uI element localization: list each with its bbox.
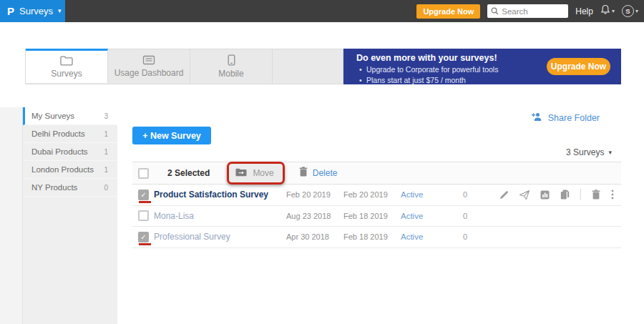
sidebar-item-london-products[interactable]: London Products 1 — [23, 161, 117, 179]
help-link[interactable]: Help — [575, 6, 593, 16]
product-name: Surveys — [19, 6, 53, 16]
duplicate-icon[interactable] — [560, 190, 570, 200]
row-checkbox[interactable]: ✓ — [138, 190, 149, 200]
promo-banner: Do even more with your surveys! Upgrade … — [343, 49, 621, 84]
created-date: Aug 23 2018 — [286, 212, 343, 220]
responses-count: 0 — [454, 190, 476, 199]
divider — [580, 189, 581, 200]
folder-label: Delhi Products — [31, 129, 85, 138]
trash-icon — [299, 167, 308, 180]
status-link[interactable]: Active — [401, 232, 454, 241]
modified-date: Feb 18 2019 — [343, 232, 401, 241]
edit-pencil-icon[interactable] — [499, 190, 509, 200]
created-date: Feb 20 2019 — [286, 190, 343, 199]
sidebar-item-my-surveys[interactable]: My Surveys 3 — [23, 107, 117, 125]
reports-chart-icon[interactable] — [540, 190, 550, 200]
send-icon[interactable] — [519, 190, 530, 200]
move-folder-icon — [235, 167, 247, 180]
responses-count: 0 — [454, 232, 476, 241]
move-button-highlighted[interactable]: Move — [227, 162, 284, 185]
brand-logo: P — [7, 5, 14, 17]
folder-label: London Products — [31, 165, 94, 174]
surveys-table: 2 Selected Move Delete ✓ Product Satisfa… — [132, 162, 621, 248]
surveys-count-dropdown[interactable]: 3 Surveys ▾ — [566, 147, 612, 157]
notifications-menu[interactable]: ▾ — [600, 4, 615, 18]
row-actions — [476, 189, 621, 200]
folder-label: NY Products — [31, 183, 77, 192]
folder-label: Dubai Products — [31, 147, 88, 156]
bulk-actions-bar: 2 Selected Move Delete — [132, 162, 621, 185]
move-button-label: Move — [253, 168, 273, 178]
upgrade-now-button[interactable]: Upgrade Now — [416, 4, 480, 19]
account-menu[interactable]: S ▾ — [622, 5, 638, 17]
left-gutter — [0, 107, 23, 324]
kebab-menu-icon[interactable] — [611, 190, 614, 200]
folder-count: 1 — [104, 148, 108, 156]
search-box[interactable] — [487, 4, 568, 18]
annotation-red-underline — [139, 243, 151, 245]
surveys-count-label: 3 Surveys — [566, 147, 604, 157]
tab-label: Usage Dashboard — [114, 68, 184, 78]
selected-count-label: 2 Selected — [167, 168, 210, 178]
survey-name-link[interactable]: Professional Survey — [154, 232, 286, 242]
folder-count: 3 — [104, 112, 108, 120]
banner-bullet: Plans start at just $75 / month — [356, 75, 621, 86]
status-link[interactable]: Active — [401, 190, 454, 199]
dashboard-icon — [142, 55, 155, 65]
tab-mobile[interactable]: Mobile — [190, 49, 273, 84]
status-link[interactable]: Active — [401, 212, 454, 220]
tab-label: Mobile — [218, 69, 243, 79]
folder-icon — [60, 56, 73, 66]
search-input[interactable] — [502, 7, 562, 16]
chevron-down-icon: ▾ — [612, 8, 615, 14]
folder-count: 0 — [104, 184, 108, 192]
table-row: ✓ Product Satisfaction Survey Feb 20 201… — [132, 185, 621, 206]
chevron-down-icon: ▾ — [58, 8, 62, 14]
tab-label: Surveys — [51, 69, 82, 79]
top-bar: P Surveys ▾ Upgrade Now Help ▾ S ▾ — [0, 0, 644, 22]
responses-count: 0 — [454, 212, 476, 220]
app-tabs: Surveys Usage Dashboard Mobile — [25, 49, 343, 84]
annotation-red-underline — [139, 201, 151, 203]
survey-name-link[interactable]: Product Satisfaction Survey — [154, 190, 286, 200]
share-person-plus-icon — [531, 112, 543, 124]
bell-icon — [600, 4, 610, 18]
avatar: S — [622, 5, 634, 17]
sidebar-item-ny-products[interactable]: NY Products 0 — [23, 179, 117, 197]
sidebar-item-dubai-products[interactable]: Dubai Products 1 — [23, 143, 117, 161]
row-checkbox[interactable] — [138, 210, 149, 221]
folder-label: My Surveys — [31, 112, 74, 120]
trash-icon[interactable] — [592, 190, 600, 200]
search-icon — [491, 5, 499, 18]
table-row: ✓ Professional Survey Apr 30 2018 Feb 18… — [132, 227, 621, 248]
share-folder-link[interactable]: Share Folder — [531, 112, 600, 124]
chevron-down-icon: ▾ — [608, 149, 612, 156]
table-row: Mona-Lisa Aug 23 2018 Feb 18 2019 Active… — [132, 206, 621, 227]
upgrade-now-banner-button[interactable]: Upgrade Now — [547, 58, 610, 75]
chevron-down-icon: ▾ — [635, 8, 638, 14]
delete-button-label: Delete — [313, 168, 338, 178]
product-switcher[interactable]: P Surveys ▾ — [0, 0, 65, 22]
tab-usage-dashboard[interactable]: Usage Dashboard — [108, 49, 190, 84]
modified-date: Feb 20 2019 — [343, 190, 401, 199]
tab-surveys[interactable]: Surveys — [26, 49, 108, 83]
row-checkbox[interactable]: ✓ — [138, 232, 149, 242]
new-survey-button[interactable]: + New Survey — [132, 127, 211, 144]
folder-count: 1 — [104, 166, 108, 174]
modified-date: Feb 18 2019 — [343, 212, 401, 220]
sidebar-item-delhi-products[interactable]: Delhi Products 1 — [23, 125, 117, 143]
created-date: Apr 30 2018 — [286, 232, 343, 241]
survey-name-link[interactable]: Mona-Lisa — [154, 211, 286, 221]
delete-button[interactable]: Delete — [299, 167, 338, 180]
share-folder-label: Share Folder — [548, 113, 600, 123]
folder-count: 1 — [104, 130, 108, 138]
select-all-checkbox[interactable] — [138, 168, 149, 179]
mobile-icon — [228, 54, 235, 66]
folders-sidebar: My Surveys 3 Delhi Products 1 Dubai Prod… — [23, 107, 117, 324]
